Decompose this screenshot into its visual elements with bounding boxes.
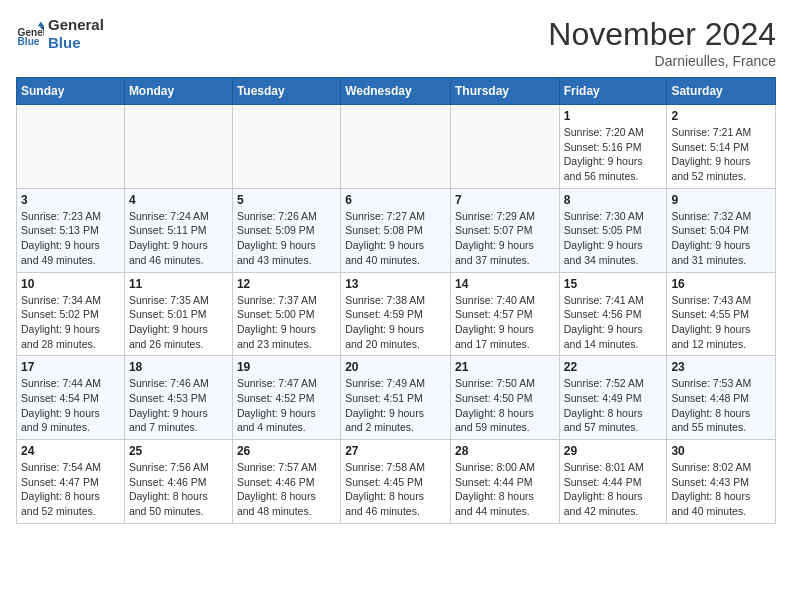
day-number: 1 [564, 109, 663, 123]
day-info: Sunrise: 7:38 AM Sunset: 4:59 PM Dayligh… [345, 293, 446, 352]
day-info: Sunrise: 8:01 AM Sunset: 4:44 PM Dayligh… [564, 460, 663, 519]
day-number: 10 [21, 277, 120, 291]
day-info: Sunrise: 7:20 AM Sunset: 5:16 PM Dayligh… [564, 125, 663, 184]
day-number: 24 [21, 444, 120, 458]
calendar-cell: 1Sunrise: 7:20 AM Sunset: 5:16 PM Daylig… [559, 105, 667, 189]
day-number: 15 [564, 277, 663, 291]
day-number: 7 [455, 193, 555, 207]
day-number: 9 [671, 193, 771, 207]
calendar-cell: 27Sunrise: 7:58 AM Sunset: 4:45 PM Dayli… [341, 440, 451, 524]
day-info: Sunrise: 7:29 AM Sunset: 5:07 PM Dayligh… [455, 209, 555, 268]
svg-marker-2 [38, 22, 44, 27]
weekday-header-thursday: Thursday [450, 78, 559, 105]
calendar-cell: 21Sunrise: 7:50 AM Sunset: 4:50 PM Dayli… [450, 356, 559, 440]
svg-text:Blue: Blue [18, 36, 40, 47]
day-number: 27 [345, 444, 446, 458]
day-number: 16 [671, 277, 771, 291]
calendar-cell: 18Sunrise: 7:46 AM Sunset: 4:53 PM Dayli… [124, 356, 232, 440]
title-block: November 2024 Darnieulles, France [548, 16, 776, 69]
day-info: Sunrise: 7:30 AM Sunset: 5:05 PM Dayligh… [564, 209, 663, 268]
calendar-cell: 14Sunrise: 7:40 AM Sunset: 4:57 PM Dayli… [450, 272, 559, 356]
calendar-cell [17, 105, 125, 189]
day-info: Sunrise: 8:02 AM Sunset: 4:43 PM Dayligh… [671, 460, 771, 519]
calendar-cell: 8Sunrise: 7:30 AM Sunset: 5:05 PM Daylig… [559, 188, 667, 272]
calendar-cell: 5Sunrise: 7:26 AM Sunset: 5:09 PM Daylig… [232, 188, 340, 272]
day-info: Sunrise: 7:54 AM Sunset: 4:47 PM Dayligh… [21, 460, 120, 519]
day-number: 11 [129, 277, 228, 291]
day-info: Sunrise: 7:37 AM Sunset: 5:00 PM Dayligh… [237, 293, 336, 352]
calendar-cell: 25Sunrise: 7:56 AM Sunset: 4:46 PM Dayli… [124, 440, 232, 524]
calendar-cell: 30Sunrise: 8:02 AM Sunset: 4:43 PM Dayli… [667, 440, 776, 524]
weekday-header-friday: Friday [559, 78, 667, 105]
weekday-header-sunday: Sunday [17, 78, 125, 105]
day-info: Sunrise: 7:47 AM Sunset: 4:52 PM Dayligh… [237, 376, 336, 435]
calendar-cell: 29Sunrise: 8:01 AM Sunset: 4:44 PM Dayli… [559, 440, 667, 524]
day-number: 2 [671, 109, 771, 123]
day-info: Sunrise: 7:57 AM Sunset: 4:46 PM Dayligh… [237, 460, 336, 519]
calendar-week-4: 17Sunrise: 7:44 AM Sunset: 4:54 PM Dayli… [17, 356, 776, 440]
calendar-cell: 22Sunrise: 7:52 AM Sunset: 4:49 PM Dayli… [559, 356, 667, 440]
day-info: Sunrise: 7:40 AM Sunset: 4:57 PM Dayligh… [455, 293, 555, 352]
calendar-week-1: 1Sunrise: 7:20 AM Sunset: 5:16 PM Daylig… [17, 105, 776, 189]
day-info: Sunrise: 7:24 AM Sunset: 5:11 PM Dayligh… [129, 209, 228, 268]
day-number: 14 [455, 277, 555, 291]
calendar-cell: 17Sunrise: 7:44 AM Sunset: 4:54 PM Dayli… [17, 356, 125, 440]
page-header: General Blue General Blue November 2024 … [16, 16, 776, 69]
day-info: Sunrise: 7:52 AM Sunset: 4:49 PM Dayligh… [564, 376, 663, 435]
day-number: 21 [455, 360, 555, 374]
day-info: Sunrise: 7:23 AM Sunset: 5:13 PM Dayligh… [21, 209, 120, 268]
day-info: Sunrise: 7:46 AM Sunset: 4:53 PM Dayligh… [129, 376, 228, 435]
day-info: Sunrise: 7:43 AM Sunset: 4:55 PM Dayligh… [671, 293, 771, 352]
calendar-cell: 20Sunrise: 7:49 AM Sunset: 4:51 PM Dayli… [341, 356, 451, 440]
day-number: 22 [564, 360, 663, 374]
calendar-week-5: 24Sunrise: 7:54 AM Sunset: 4:47 PM Dayli… [17, 440, 776, 524]
day-info: Sunrise: 8:00 AM Sunset: 4:44 PM Dayligh… [455, 460, 555, 519]
day-info: Sunrise: 7:27 AM Sunset: 5:08 PM Dayligh… [345, 209, 446, 268]
calendar-cell: 11Sunrise: 7:35 AM Sunset: 5:01 PM Dayli… [124, 272, 232, 356]
day-number: 8 [564, 193, 663, 207]
logo: General Blue General Blue [16, 16, 104, 52]
calendar-cell: 24Sunrise: 7:54 AM Sunset: 4:47 PM Dayli… [17, 440, 125, 524]
calendar-cell: 4Sunrise: 7:24 AM Sunset: 5:11 PM Daylig… [124, 188, 232, 272]
weekday-header-wednesday: Wednesday [341, 78, 451, 105]
weekday-header-tuesday: Tuesday [232, 78, 340, 105]
day-number: 19 [237, 360, 336, 374]
calendar-cell: 12Sunrise: 7:37 AM Sunset: 5:00 PM Dayli… [232, 272, 340, 356]
calendar-cell: 7Sunrise: 7:29 AM Sunset: 5:07 PM Daylig… [450, 188, 559, 272]
calendar-cell: 28Sunrise: 8:00 AM Sunset: 4:44 PM Dayli… [450, 440, 559, 524]
calendar-cell: 16Sunrise: 7:43 AM Sunset: 4:55 PM Dayli… [667, 272, 776, 356]
day-number: 5 [237, 193, 336, 207]
day-info: Sunrise: 7:32 AM Sunset: 5:04 PM Dayligh… [671, 209, 771, 268]
day-number: 20 [345, 360, 446, 374]
calendar-cell: 26Sunrise: 7:57 AM Sunset: 4:46 PM Dayli… [232, 440, 340, 524]
day-info: Sunrise: 7:56 AM Sunset: 4:46 PM Dayligh… [129, 460, 228, 519]
calendar-table: SundayMondayTuesdayWednesdayThursdayFrid… [16, 77, 776, 524]
calendar-cell: 10Sunrise: 7:34 AM Sunset: 5:02 PM Dayli… [17, 272, 125, 356]
day-info: Sunrise: 7:50 AM Sunset: 4:50 PM Dayligh… [455, 376, 555, 435]
day-number: 26 [237, 444, 336, 458]
day-number: 30 [671, 444, 771, 458]
calendar-week-3: 10Sunrise: 7:34 AM Sunset: 5:02 PM Dayli… [17, 272, 776, 356]
day-number: 12 [237, 277, 336, 291]
day-number: 6 [345, 193, 446, 207]
calendar-cell: 15Sunrise: 7:41 AM Sunset: 4:56 PM Dayli… [559, 272, 667, 356]
day-info: Sunrise: 7:58 AM Sunset: 4:45 PM Dayligh… [345, 460, 446, 519]
calendar-cell: 13Sunrise: 7:38 AM Sunset: 4:59 PM Dayli… [341, 272, 451, 356]
day-number: 4 [129, 193, 228, 207]
day-info: Sunrise: 7:35 AM Sunset: 5:01 PM Dayligh… [129, 293, 228, 352]
month-title: November 2024 [548, 16, 776, 53]
weekday-header-monday: Monday [124, 78, 232, 105]
day-info: Sunrise: 7:26 AM Sunset: 5:09 PM Dayligh… [237, 209, 336, 268]
weekday-header-saturday: Saturday [667, 78, 776, 105]
day-info: Sunrise: 7:53 AM Sunset: 4:48 PM Dayligh… [671, 376, 771, 435]
calendar-cell: 6Sunrise: 7:27 AM Sunset: 5:08 PM Daylig… [341, 188, 451, 272]
calendar-cell [124, 105, 232, 189]
day-number: 25 [129, 444, 228, 458]
logo-text-blue: Blue [48, 34, 104, 52]
day-info: Sunrise: 7:49 AM Sunset: 4:51 PM Dayligh… [345, 376, 446, 435]
calendar-week-2: 3Sunrise: 7:23 AM Sunset: 5:13 PM Daylig… [17, 188, 776, 272]
day-number: 17 [21, 360, 120, 374]
day-info: Sunrise: 7:44 AM Sunset: 4:54 PM Dayligh… [21, 376, 120, 435]
calendar-header: SundayMondayTuesdayWednesdayThursdayFrid… [17, 78, 776, 105]
calendar-cell: 23Sunrise: 7:53 AM Sunset: 4:48 PM Dayli… [667, 356, 776, 440]
